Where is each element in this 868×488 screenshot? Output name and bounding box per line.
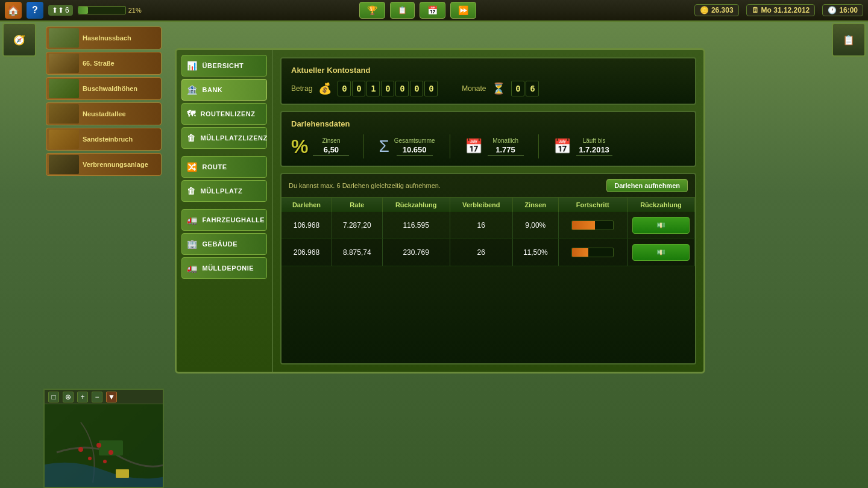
- minimap-toggle-button[interactable]: 🧭: [2, 23, 36, 57]
- monate-icon: ⏳: [492, 82, 505, 95]
- lauft-bis-stat: 📅 Läuft bis 1.7.2013: [553, 137, 612, 156]
- digit-2: 1: [366, 81, 380, 96]
- arrows-count: 6: [65, 6, 69, 14]
- top-bar: 🏠 ? ⬆⬆ 6 21% 🏆 📋 📅 ⏩ 🪙 26.303 🗓 Mo 31.12…: [0, 0, 868, 22]
- account-balance-box: Aktueller Kontostand Betrag 💰 0 0 1 0 0 …: [280, 57, 696, 105]
- svg-point-5: [88, 457, 92, 460]
- map-compass-btn[interactable]: ⊕: [63, 392, 74, 402]
- col-darlehen: Darlehen: [281, 198, 332, 212]
- monatlich-col: Monatlich 1.775: [488, 137, 524, 156]
- ubersicht-icon: 📊: [187, 61, 198, 70]
- forward-button[interactable]: ⏩: [450, 2, 476, 19]
- progress-indicator: 21%: [78, 6, 142, 14]
- digit-0: 0: [338, 81, 351, 96]
- menu-mulldeponie[interactable]: 🚛 MÜLLDEPONIE: [181, 257, 267, 279]
- location-neustadtallee[interactable]: Neustadtallee: [46, 102, 162, 125]
- time-display: 🕐 16:00: [822, 4, 863, 16]
- cell-pay[interactable]: 💵: [627, 212, 694, 239]
- arrows-indicator: ⬆⬆ 6: [48, 5, 73, 16]
- mulldeponie-icon: 🚛: [187, 263, 198, 273]
- settings-button[interactable]: 📋: [832, 23, 866, 57]
- map-arrow-btn[interactable]: ▼: [106, 392, 117, 402]
- col-verbleibend: Verbleibend: [450, 198, 512, 212]
- location-buschwald[interactable]: Buschwaldhöhen: [46, 77, 162, 100]
- progress-percent: 21%: [128, 7, 142, 14]
- zinsen-value: 6,50: [313, 145, 349, 156]
- betrag-digits: 0 0 1 0 0 0 0: [338, 81, 438, 96]
- monatlich-value: 1.775: [488, 145, 524, 156]
- col-zinsen: Zinsen: [512, 198, 558, 212]
- location-haselnussbach[interactable]: Haselnussbach: [46, 27, 162, 49]
- bank-icon: 🏦: [187, 85, 198, 95]
- cell-ruckzahlung: 116.595: [382, 212, 450, 239]
- betrag-label: Betrag: [291, 84, 312, 93]
- cell-rate: 7.287,20: [332, 212, 382, 239]
- menu-mullplatzlizenz[interactable]: 🗑 MÜLLPLATZLIZENZ: [181, 127, 267, 149]
- map-zoom-out-btn[interactable]: −: [92, 392, 102, 402]
- loans-note: Du kannst max. 6 Darlehen gleichzeitig a…: [289, 182, 606, 189]
- menu-fahrzeughalle[interactable]: 🚛 FAHRZEUGHALLE: [181, 209, 267, 231]
- map-controls: □ ⊕ + − ▼: [45, 390, 163, 404]
- digit-5: 0: [410, 81, 423, 96]
- cell-verbleibend: 26: [450, 239, 512, 266]
- help-button[interactable]: ?: [27, 2, 43, 19]
- gebaude-icon: 🏢: [187, 239, 198, 249]
- digit-1: 0: [352, 81, 365, 96]
- location-sandstein[interactable]: Sandsteinbruch: [46, 128, 162, 151]
- location-verbrennung[interactable]: Verbrennungsanlage: [46, 153, 162, 176]
- panel-content: Aktueller Kontostand Betrag 💰 0 0 1 0 0 …: [273, 50, 703, 372]
- money-display: 🪙 26.303: [694, 4, 739, 16]
- pay-button-1[interactable]: 💵: [632, 244, 690, 261]
- trophy-button[interactable]: 🏆: [359, 2, 385, 19]
- menu-mullplatz[interactable]: 🗑 MÜLLPLATZ: [181, 180, 267, 202]
- map-view: [45, 404, 163, 487]
- lauft-bis-col: Läuft bis 1.7.2013: [576, 137, 612, 156]
- main-panel: 📊 ÜBERSICHT 🏦 BANK 🗺 ROUTENLIZENZ 🗑 MÜLL…: [175, 48, 705, 374]
- cell-fortschritt: [558, 212, 627, 239]
- menu-routenlizenz[interactable]: 🗺 ROUTENLIZENZ: [181, 103, 267, 125]
- betrag-field: Betrag 💰 0 0 1 0 0 0 0: [291, 81, 438, 96]
- gesamtsumme-value: 10.650: [397, 145, 433, 156]
- gesamtsumme-label: Gesamtsumme: [394, 137, 435, 144]
- svg-point-6: [103, 460, 107, 463]
- loans-section: Du kannst max. 6 Darlehen gleichzeitig a…: [280, 173, 696, 364]
- menu-bank[interactable]: 🏦 BANK: [181, 79, 267, 101]
- betrag-icon: 💰: [318, 82, 332, 95]
- calendar-button[interactable]: 📅: [420, 2, 445, 19]
- home-button[interactable]: 🏠: [5, 2, 22, 19]
- map-zoom-in-btn[interactable]: +: [77, 392, 88, 402]
- cell-darlehen: 106.968: [281, 212, 332, 239]
- menu-ubersicht[interactable]: 📊 ÜBERSICHT: [181, 55, 267, 77]
- menu-route[interactable]: 🔀 ROUTE: [181, 156, 267, 178]
- gesamtsumme-stat: Σ Gesamtsumme 10.650: [379, 137, 435, 156]
- lauft-bis-label: Läuft bis: [583, 137, 606, 144]
- monate-digits: 0 6: [511, 81, 539, 96]
- cell-zinsen: 11,50%: [512, 239, 558, 266]
- cell-pay[interactable]: 💵: [627, 239, 694, 266]
- menu-gebaude[interactable]: 🏢 GEBÄUDE: [181, 233, 267, 255]
- table-button[interactable]: 📋: [390, 2, 415, 19]
- progress-bar-fill: [78, 7, 88, 14]
- monate-label: Monate: [462, 84, 486, 93]
- map-square-btn[interactable]: □: [48, 392, 59, 402]
- pay-icon-1: 💵: [656, 248, 665, 257]
- cell-verbleibend: 16: [450, 212, 512, 239]
- zinsen-col: Zinsen 6,50: [313, 137, 349, 156]
- monate-digit-1: 6: [526, 81, 539, 96]
- mullplatz-icon: 🗑: [187, 186, 196, 196]
- pay-icon-0: 💵: [656, 221, 665, 230]
- progress-bar-container: [78, 6, 126, 14]
- table-row: 106.968 7.287,20 116.595 16 9,00% 💵: [281, 212, 695, 239]
- location-strasse[interactable]: 66. Straße: [46, 52, 162, 75]
- pay-button-0[interactable]: 💵: [632, 217, 690, 234]
- cell-darlehen: 206.968: [281, 239, 332, 266]
- lauft-bis-value: 1.7.2013: [576, 145, 612, 156]
- gesamtsumme-col: Gesamtsumme 10.650: [394, 137, 435, 156]
- route-icon: 🔀: [187, 162, 198, 172]
- col-fortschritt: Fortschritt: [558, 198, 627, 212]
- take-loan-button[interactable]: Darlehen aufnehmen: [606, 179, 688, 192]
- top-bar-right: 🪙 26.303 🗓 Mo 31.12.2012 🕐 16:00: [694, 4, 863, 16]
- account-title: Aktueller Kontostand: [291, 66, 685, 75]
- loans-header: Du kannst max. 6 Darlehen gleichzeitig a…: [281, 174, 695, 198]
- col-ruckzahlung2: Rückzahlung: [627, 198, 694, 212]
